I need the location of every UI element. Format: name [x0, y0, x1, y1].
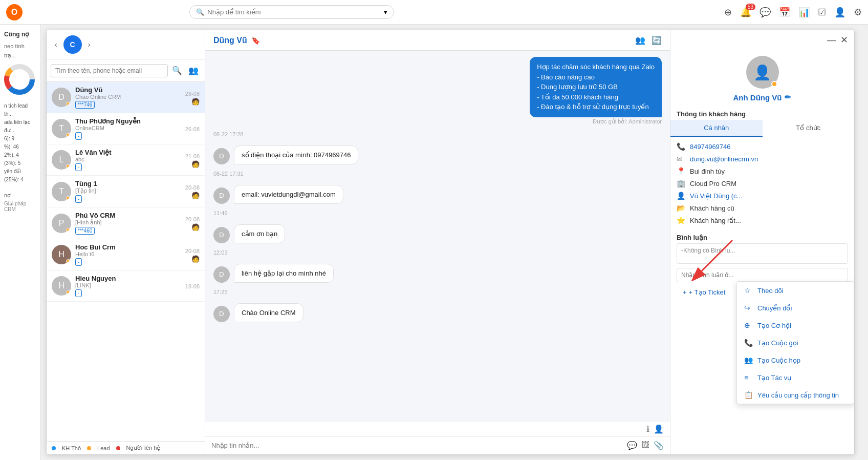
comment-input[interactable] — [677, 268, 848, 282]
tab-to-chuc[interactable]: Tổ chức — [763, 120, 855, 137]
message-left: D số điện thoại của mình: 0974969746 — [213, 145, 662, 164]
phone-value[interactable]: 84974969746 — [690, 143, 731, 151]
task-icon[interactable]: ☑ — [818, 7, 826, 18]
contact-item[interactable]: H Hoc Bui Crm Hello t6 - 20-08 🧑 — [47, 239, 205, 270]
left-panel-title: Công nợ — [4, 31, 36, 38]
dropdown-item-theo-doi[interactable]: ☆ Theo dõi — [737, 282, 854, 299]
user-profile: 👤 Anh Dũng Vũ ✏ — [670, 50, 854, 106]
search-input[interactable] — [207, 8, 381, 16]
add-contact-btn[interactable]: 👥 — [186, 64, 201, 77]
dropdown-item-tao-cuoc-hop[interactable]: 👥 Tạo Cuộc họp — [737, 351, 854, 369]
search-bar[interactable]: 🔍 ▾ — [189, 5, 394, 19]
contact-preview: OnlineCRM — [75, 125, 181, 131]
minimize-btn[interactable]: — — [827, 35, 836, 46]
refresh-icon[interactable]: 🔄 — [652, 35, 662, 45]
nav-forward-btn[interactable]: › — [85, 39, 94, 50]
chat-icon[interactable]: 💬 — [760, 7, 771, 18]
message-left: D email: vuvietdungdl@gmail.com — [213, 185, 662, 204]
chart-icon[interactable]: 📊 — [798, 7, 810, 18]
contact-search-input[interactable] — [51, 64, 168, 77]
chat-input[interactable] — [211, 442, 623, 449]
contact-item[interactable]: T Tùng 1 [Tập tin] - 20-08 🧑 — [47, 176, 205, 207]
message-time: 17:25 — [213, 289, 662, 295]
contact-time: 18-08 — [185, 283, 200, 289]
contact-name: Hieu Nguyen — [75, 275, 181, 282]
group-icon[interactable]: 👥 — [635, 35, 645, 45]
message-bubble-left: số điện thoại của mình: 0974969746 — [234, 145, 358, 164]
email-value[interactable]: dung.vu@onlinecrm.vn — [690, 155, 758, 163]
message-right: Hợp tác chăm sóc khách hàng qua Zalo - B… — [213, 57, 662, 125]
message-left: D liên hệ gặp lại cho mình nhé — [213, 264, 662, 283]
opportunity-icon: ⊕ — [744, 321, 753, 329]
create-ticket-btn[interactable]: + + Tạo Ticket — [683, 288, 725, 296]
email-icon: ✉ — [677, 155, 686, 163]
left-panel-content: neo tình trạ... n tích lead th... ada li… — [4, 42, 36, 184]
tab-ca-nhan[interactable]: Cá nhân — [670, 120, 763, 137]
message-time: 12:03 — [213, 249, 662, 256]
message-left: D Chào Online CRM — [213, 303, 662, 322]
emoji: 🧑 — [191, 160, 200, 168]
message-time: 08-22 17:31 — [213, 171, 662, 177]
profile-name: Anh Dũng Vũ ✏ — [733, 93, 792, 102]
info-section-title: Thông tin khách hàng — [670, 106, 854, 120]
contact-preview: [Tập tin] — [75, 187, 181, 194]
contact-search-bar: 🔍 👥 — [47, 59, 205, 82]
company-icon: 🏢 — [677, 179, 686, 187]
dropdown-item-tao-tac-vu[interactable]: ≡ Tạo Tác vụ — [737, 369, 854, 386]
calendar-icon[interactable]: 📅 — [779, 7, 790, 18]
dropdown-item-tao-cuoc-goi[interactable]: 📞 Tạo Cuộc gọi — [737, 334, 854, 351]
close-btn[interactable]: ✕ — [840, 34, 848, 46]
contact-info: Tùng 1 [Tập tin] - — [75, 180, 181, 203]
profile-avatar: 👤 — [746, 56, 779, 89]
contact-item[interactable]: T Thu Phương Nguyễn OnlineCRM - 26-08 — [47, 113, 205, 144]
transfer-icon: ↪ — [744, 304, 753, 312]
notification-icon[interactable]: 🔔 53 — [740, 7, 751, 18]
edit-icon[interactable]: ✏ — [785, 93, 791, 102]
chat-header: Dũng Vũ 🔖 👥 🔄 — [205, 30, 670, 51]
chat-panel: Dũng Vũ 🔖 👥 🔄 Hợp tác chăm sóc khách hàn… — [205, 30, 670, 454]
request-icon: 📋 — [744, 391, 753, 399]
notification-badge: 53 — [746, 4, 755, 10]
legend-label-kh-tho: KH Thô — [62, 445, 81, 451]
dropdown-item-tao-co-hoi[interactable]: ⊕ Tạo Cơ hội — [737, 317, 854, 334]
contact-preview: Hello t6 — [75, 251, 181, 257]
avatar: L — [52, 150, 71, 170]
legend: KH Thô Lead Người liên hệ — [47, 441, 205, 454]
emoji: 🧑 — [191, 192, 200, 199]
avatar: D — [213, 187, 230, 204]
contact-search-btn[interactable]: 🔍 — [170, 64, 184, 77]
avatar: D — [213, 266, 230, 283]
avatar: H — [52, 276, 71, 296]
contact-tag: - — [75, 289, 82, 297]
contact-item[interactable]: L Lê Văn Việt abc - 21-08 🧑 — [47, 144, 205, 176]
dropdown-item-chuyen-doi[interactable]: ↪ Chuyển đổi — [737, 299, 854, 317]
info-row-email: ✉ dung.vu@onlinecrm.vn — [677, 155, 848, 163]
topbar-icons: ⊕ 🔔 53 💬 📅 📊 ☑ 👤 ⚙ — [724, 7, 862, 18]
user-value[interactable]: Vũ Việt Dũng (c... — [690, 192, 742, 200]
contact-name: Hoc Bui Crm — [75, 243, 181, 251]
chat-messages: Hợp tác chăm sóc khách hàng qua Zalo - B… — [205, 51, 670, 422]
info-row-extra2: ⭐ Khách hàng rất... — [677, 216, 848, 224]
contact-time: 26-08 — [185, 126, 200, 132]
company-value: Cloud Pro CRM — [690, 180, 736, 187]
settings-icon[interactable]: ⚙ — [854, 7, 862, 18]
contact-name: Lê Văn Việt — [75, 149, 181, 156]
message-meta: Được gửi bởi: Administrator — [593, 118, 662, 125]
contact-item[interactable]: P Phú Võ CRM [Hình ảnh] ***460 20-08 🧑 — [47, 207, 205, 239]
chevron-down-icon: ▾ — [384, 8, 387, 16]
meeting-icon: 👥 — [744, 356, 753, 364]
nav-back-btn[interactable]: ‹ — [52, 39, 60, 50]
contact-tag: - — [75, 163, 82, 171]
contact-item[interactable]: D Dũng Vũ Chào Online CRM ***746 28-08 🧑 — [47, 82, 205, 113]
add-icon[interactable]: ⊕ — [724, 7, 732, 18]
message-bubble-left: cảm ơn bạn — [234, 224, 285, 243]
legend-dot-lead — [87, 446, 91, 450]
contact-item[interactable]: H Hieu Nguyen [LINK] - 18-08 — [47, 270, 205, 302]
emoji-icon[interactable]: 💬 — [627, 441, 637, 450]
avatar: D — [213, 306, 230, 322]
user-icon[interactable]: 👤 — [834, 7, 845, 18]
image-icon[interactable]: 🖼 — [641, 441, 649, 450]
dropdown-item-yeu-cau[interactable]: 📋 Yêu cầu cung cấp thông tin — [737, 386, 854, 404]
legend-label-nguoi-lien-he: Người liên hệ — [126, 445, 161, 451]
attach-icon[interactable]: 📎 — [654, 441, 664, 450]
